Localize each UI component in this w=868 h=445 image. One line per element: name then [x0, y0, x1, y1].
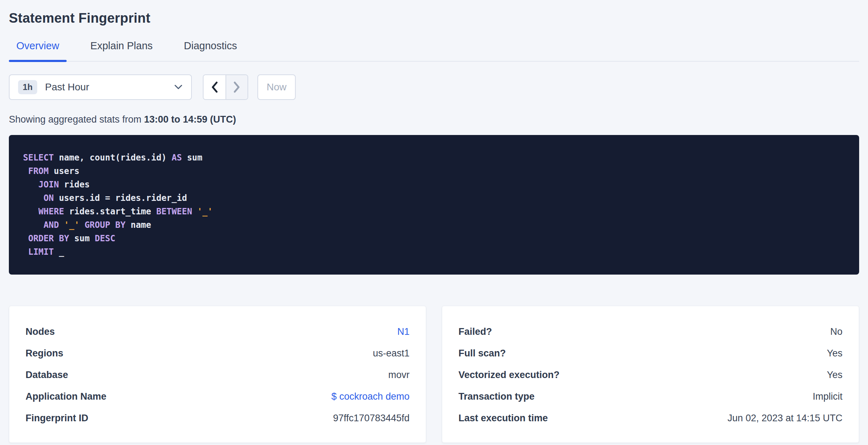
stats-time-range: 13:00 to 14:59 (UTC) [144, 114, 236, 125]
sql-text [23, 247, 28, 257]
row-label: Application Name [26, 391, 106, 402]
sql-keyword: ON [44, 193, 54, 203]
card-row: Regionsus-east1 [26, 343, 410, 364]
row-label: Last execution time [458, 413, 548, 424]
sql-line: ORDER BY sum DESC [23, 232, 845, 245]
row-value: No [830, 326, 842, 337]
tab-explain-plans[interactable]: Explain Plans [83, 40, 160, 61]
time-interval-dropdown[interactable]: 1h Past Hour [9, 74, 192, 100]
sql-text: name [126, 220, 151, 230]
time-controls: 1h Past Hour Now [9, 74, 859, 100]
statement-details-card: NodesN1Regionsus-east1DatabasemovrApplic… [9, 306, 426, 443]
sql-text [23, 207, 38, 216]
aggregated-stats-line: Showing aggregated stats from 13:00 to 1… [9, 114, 859, 125]
sql-statement-box: SELECT name, count(rides.id) AS sum FROM… [9, 135, 859, 275]
sql-keyword: JOIN [38, 180, 59, 190]
sql-text: name, count(rides.id) [54, 153, 172, 163]
row-value: Yes [827, 348, 842, 359]
row-label: Fingerprint ID [26, 413, 88, 424]
sql-line: LIMIT _ [23, 245, 845, 259]
sql-keyword: AS [172, 153, 182, 163]
card-row: Last execution timeJun 02, 2023 at 14:15… [458, 407, 842, 429]
row-label: Database [26, 370, 68, 381]
row-label: Nodes [26, 326, 55, 337]
sql-text [23, 193, 44, 203]
sql-text: users [49, 166, 79, 176]
row-value: Yes [827, 370, 842, 381]
sql-text [192, 207, 197, 216]
tab-diagnostics[interactable]: Diagnostics [177, 40, 245, 61]
sql-line: ON users.id = rides.rider_id [23, 191, 845, 205]
sql-text [79, 220, 84, 230]
sql-text [59, 220, 64, 230]
card-row: Vectorized execution?Yes [458, 364, 842, 386]
row-value-link[interactable]: $ cockroach demo [331, 391, 410, 402]
card-row: Full scan?Yes [458, 343, 842, 364]
sql-text [23, 220, 44, 230]
page-title: Statement Fingerprint [9, 11, 859, 26]
sql-text: sum [182, 153, 202, 163]
statement-fingerprint-page: Statement Fingerprint Overview Explain P… [0, 0, 868, 445]
card-row: Failed?No [458, 321, 842, 343]
row-value-link[interactable]: N1 [397, 326, 410, 337]
tab-bar: Overview Explain Plans Diagnostics [9, 40, 859, 62]
row-value: movr [388, 370, 410, 381]
row-value: 97ffc170783445fd [333, 413, 410, 424]
row-label: Failed? [458, 326, 492, 337]
sql-text [23, 180, 38, 190]
sql-text: users.id = rides.rider_id [54, 193, 187, 203]
sql-text: _ [54, 247, 64, 257]
row-value: Jun 02, 2023 at 14:15 UTC [728, 413, 842, 424]
chevron-down-icon [174, 84, 183, 90]
time-arrow-button-group [203, 74, 248, 100]
sql-keyword: AND [44, 220, 59, 230]
sql-text: sum [69, 233, 95, 243]
row-label: Regions [26, 348, 63, 359]
card-row: Databasemovr [26, 364, 410, 386]
sql-keyword: BETWEEN [156, 207, 192, 216]
next-time-button[interactable] [226, 75, 247, 99]
stats-prefix: Showing aggregated stats from [9, 114, 144, 125]
card-row: Fingerprint ID97ffc170783445fd [26, 407, 410, 429]
sql-line: AND '_' GROUP BY name [23, 218, 845, 232]
card-row: Application Name$ cockroach demo [26, 386, 410, 407]
row-value: Implicit [813, 391, 842, 402]
sql-keyword: WHERE [38, 207, 64, 216]
execution-attributes-card: Failed?NoFull scan?YesVectorized executi… [442, 306, 859, 443]
row-label: Transaction type [458, 391, 535, 402]
sql-keyword: DESC [95, 233, 115, 243]
row-value: us-east1 [373, 348, 410, 359]
chevron-right-icon [233, 81, 241, 93]
row-label: Vectorized execution? [458, 370, 560, 381]
sql-keyword: SELECT [23, 153, 54, 163]
now-button[interactable]: Now [257, 74, 296, 100]
sql-keyword: LIMIT [28, 247, 54, 257]
sql-string-literal: '_' [64, 220, 79, 230]
time-interval-label: Past Hour [45, 81, 174, 93]
prev-time-button[interactable] [204, 75, 226, 99]
sql-string-literal: '_' [197, 207, 212, 216]
sql-text [23, 166, 28, 176]
card-row: Transaction typeImplicit [458, 386, 842, 407]
row-label: Full scan? [458, 348, 506, 359]
sql-keyword: FROM [28, 166, 49, 176]
chevron-left-icon [211, 81, 218, 93]
sql-text [23, 233, 28, 243]
sql-line: WHERE rides.start_time BETWEEN '_' [23, 205, 845, 218]
summary-cards: NodesN1Regionsus-east1DatabasemovrApplic… [9, 306, 859, 443]
time-interval-badge: 1h [18, 80, 37, 94]
sql-text: rides.start_time [64, 207, 156, 216]
sql-keyword: ORDER BY [28, 233, 69, 243]
tab-overview[interactable]: Overview [9, 40, 67, 61]
sql-keyword: GROUP BY [84, 220, 126, 230]
sql-line: FROM users [23, 164, 845, 178]
card-row: NodesN1 [26, 321, 410, 343]
sql-line: JOIN rides [23, 178, 845, 191]
sql-text: rides [59, 180, 90, 190]
sql-line: SELECT name, count(rides.id) AS sum [23, 151, 845, 164]
